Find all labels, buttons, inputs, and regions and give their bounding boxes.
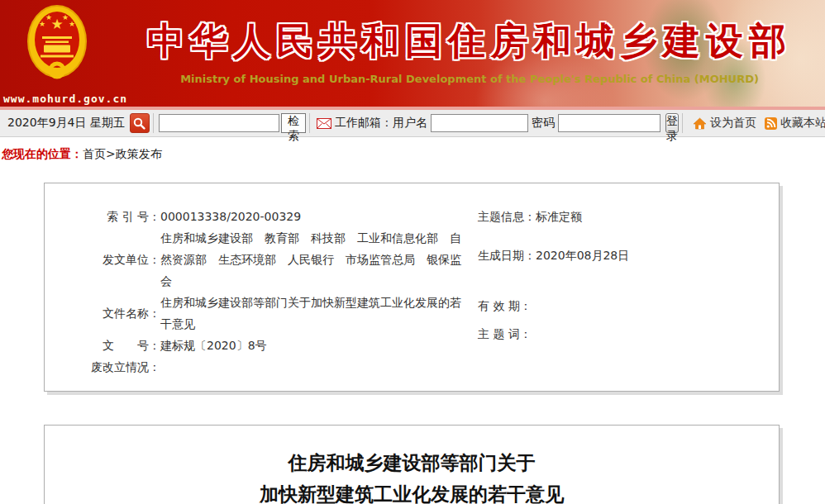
info-row-index-number: 索 引 号： 000013338/2020-00329 xyxy=(45,206,471,227)
info-label: 生成日期： xyxy=(478,249,536,262)
info-value: 住房和城乡建设部 教育部 科技部 工业和信息化部 自然资源部 生态环境部 人民银… xyxy=(160,227,471,292)
toolbar-divider xyxy=(682,113,683,133)
svg-text:★: ★ xyxy=(45,13,52,21)
info-row-issue-date: 生成日期：2020年08月28日 xyxy=(478,245,629,266)
info-value: 建标规〔2020〕8号 xyxy=(160,335,471,356)
info-label: 文件名称： xyxy=(45,292,160,335)
info-row-keywords: 主 题 词： xyxy=(478,323,629,345)
site-url: www.mohurd.gov.cn xyxy=(3,93,112,105)
date-label: 2020年9月4日 星期五 xyxy=(7,116,125,131)
svg-text:★: ★ xyxy=(39,20,45,28)
bookmark-link[interactable]: 收藏本站 xyxy=(780,116,825,131)
emblem-area: ★ ★ ★ ★ ★ www.mohurd.gov.cn xyxy=(0,0,114,110)
search-input[interactable] xyxy=(159,114,279,132)
info-value xyxy=(160,356,471,378)
breadcrumb: 您现在的位置：首页>政策发布 xyxy=(2,145,825,162)
svg-text:★: ★ xyxy=(69,20,75,28)
search-button[interactable]: 检 索 xyxy=(281,113,306,133)
toolbar: 2020年9月4日 星期五 检 索 工作邮箱：用户名 密码 登录 设为首页 xyxy=(0,110,825,137)
article-title-line2: 加快新型建筑工业化发展的若干意见 xyxy=(45,478,779,504)
article-title-line1: 住房和城乡建设部等部门关于 xyxy=(45,447,779,478)
username-input[interactable] xyxy=(431,114,528,132)
info-table-left: 索 引 号： 000013338/2020-00329 发文单位： 住房和城乡建… xyxy=(45,206,471,378)
info-label: 主 题 词： xyxy=(478,327,532,340)
svg-text:★: ★ xyxy=(62,13,69,21)
info-label: 发文单位： xyxy=(45,227,160,292)
info-value: 2020年08月28日 xyxy=(536,249,629,262)
search-icon[interactable] xyxy=(130,113,150,133)
password-label: 密码 xyxy=(532,116,555,131)
toolbar-divider xyxy=(309,113,310,133)
info-label: 文 号： xyxy=(45,335,160,356)
mail-icon xyxy=(317,118,331,129)
rss-icon xyxy=(765,117,777,130)
site-title: 中华人民共和国住房和城乡建设部 xyxy=(114,17,825,66)
site-subtitle-en: Ministry of Housing and Urban-Rural Deve… xyxy=(114,73,825,85)
info-label: 有 效 期： xyxy=(478,299,532,312)
info-row-issuing-units: 发文单位： 住房和城乡建设部 教育部 科技部 工业和信息化部 自然资源部 生态环… xyxy=(45,227,471,292)
info-value: 住房和城乡建设部等部门关于加快新型建筑工业化发展的若干意见 xyxy=(160,292,471,335)
info-row-validity: 有 效 期： xyxy=(478,295,629,316)
info-label: 索 引 号： xyxy=(45,206,160,227)
banner-titles: 中华人民共和国住房和城乡建设部 Ministry of Housing and … xyxy=(114,0,825,85)
password-input[interactable] xyxy=(558,114,660,132)
toolbar-divider xyxy=(153,113,154,133)
breadcrumb-path[interactable]: 首页>政策发布 xyxy=(83,147,162,160)
info-value: 000013338/2020-00329 xyxy=(160,206,471,227)
info-label: 废改立情况： xyxy=(45,356,160,378)
national-emblem-icon: ★ ★ ★ ★ ★ xyxy=(25,3,89,83)
article-panel: 住房和城乡建设部等部门关于 加快新型建筑工业化发展的若干意见 xyxy=(44,425,780,504)
mail-username-label: 工作邮箱：用户名 xyxy=(335,116,427,131)
info-row-repeal-status: 废改立情况： xyxy=(45,356,471,378)
info-label: 主题信息： xyxy=(478,210,536,223)
info-row-document-title: 文件名称： 住房和城乡建设部等部门关于加快新型建筑工业化发展的若干意见 xyxy=(45,292,471,335)
toolbar-right-links: 设为首页 收藏本站 xyxy=(679,113,825,133)
home-icon xyxy=(693,117,707,130)
document-info-panel: 索 引 号： 000013338/2020-00329 发文单位： 住房和城乡建… xyxy=(44,183,780,392)
info-column-right: 主题信息：标准定额 生成日期：2020年08月28日 有 效 期： 主 题 词： xyxy=(471,183,629,391)
info-row-topic: 主题信息：标准定额 xyxy=(478,206,629,227)
site-banner: ★ ★ ★ ★ ★ www.mohurd.gov.cn 中华人民共和国住房和城乡… xyxy=(0,0,825,110)
info-value: 标准定额 xyxy=(536,210,582,223)
login-button[interactable]: 登录 xyxy=(665,113,679,133)
breadcrumb-prefix: 您现在的位置： xyxy=(2,147,83,160)
set-home-link[interactable]: 设为首页 xyxy=(710,116,756,131)
info-row-document-number: 文 号： 建标规〔2020〕8号 xyxy=(45,335,471,356)
